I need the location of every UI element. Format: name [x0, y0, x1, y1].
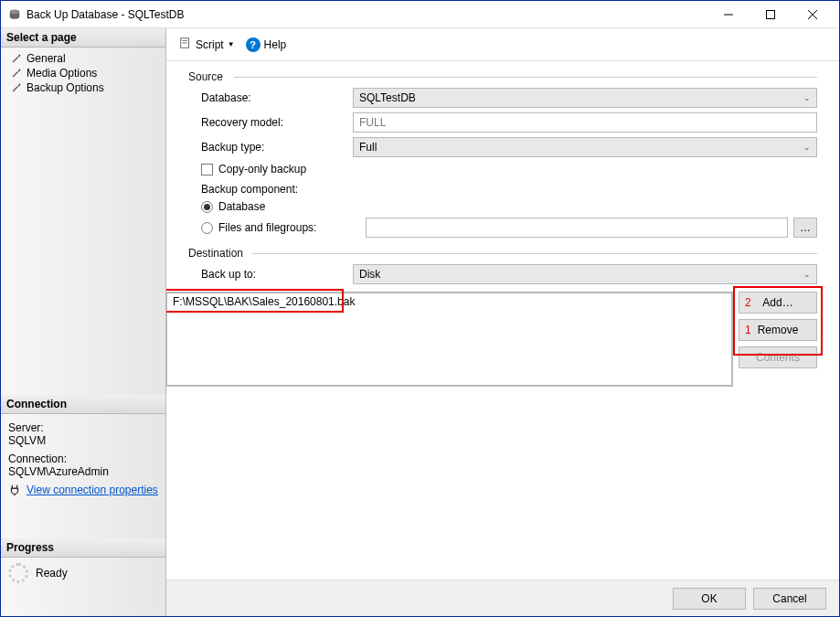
- radio-files-filegroups[interactable]: Files and filegroups:: [201, 221, 366, 234]
- copy-only-checkbox[interactable]: Copy-only backup: [188, 163, 817, 176]
- window-controls: [707, 2, 834, 27]
- connection-label: Connection:: [8, 452, 158, 465]
- destination-group: Destination Back up to: Disk ⌄ F:\MSSQL\…: [188, 247, 817, 387]
- wrench-icon: [10, 67, 23, 80]
- view-connection-link[interactable]: View connection properties: [27, 484, 158, 496]
- page-label: General: [27, 52, 66, 65]
- script-button[interactable]: Script ▼: [175, 35, 239, 54]
- destination-file-list[interactable]: F:\MSSQL\BAK\Sales_20160801.bak: [166, 292, 733, 387]
- chevron-down-icon: ⌄: [803, 270, 811, 279]
- backup-type-label: Backup type:: [188, 141, 353, 154]
- connection-body: Server: SQLVM Connection: SQLVM\AzureAdm…: [1, 414, 165, 502]
- view-connection-properties[interactable]: View connection properties: [8, 484, 158, 496]
- script-icon: [179, 37, 192, 52]
- radio-database[interactable]: Database: [188, 200, 817, 213]
- chevron-down-icon: ⌄: [803, 143, 811, 152]
- select-page-header: Select a page: [1, 28, 165, 48]
- chevron-down-icon: ⌄: [803, 93, 811, 102]
- plug-icon: [8, 484, 21, 496]
- toolbar: Script ▼ ? Help: [166, 28, 839, 61]
- add-button-label: Add…: [762, 296, 792, 309]
- radio-icon: [201, 222, 213, 234]
- page-list: General Media Options Backup Options: [1, 48, 165, 99]
- connection-value: SQLVM\AzureAdmin: [8, 465, 158, 478]
- backup-type-value: Full: [359, 141, 803, 154]
- source-group: Source Database: SQLTestDB ⌄ Recovery mo…: [188, 70, 817, 238]
- remove-button[interactable]: 1 Remove: [739, 319, 817, 341]
- sidebar-item-backup-options[interactable]: Backup Options: [1, 80, 165, 95]
- database-icon: [8, 8, 21, 21]
- annotation-number-remove: 1: [745, 324, 751, 336]
- cancel-label: Cancel: [772, 592, 806, 605]
- destination-group-title: Destination: [188, 247, 817, 260]
- server-value: SQLVM: [8, 434, 158, 447]
- recovery-model-field: FULL: [353, 112, 817, 133]
- help-label: Help: [264, 38, 287, 51]
- help-button[interactable]: ? Help: [242, 36, 291, 54]
- sidebar: Select a page General Media Options Back…: [1, 28, 166, 616]
- minimize-button[interactable]: [707, 2, 750, 27]
- sidebar-item-media-options[interactable]: Media Options: [1, 66, 165, 80]
- backup-type-dropdown[interactable]: Full ⌄: [353, 137, 817, 157]
- connection-header: Connection: [1, 395, 165, 414]
- main-panel: Script ▼ ? Help Source Database: SQLTest…: [166, 28, 839, 616]
- page-label: Media Options: [27, 67, 97, 80]
- svg-rect-2: [767, 10, 775, 18]
- recovery-model-value: FULL: [359, 116, 386, 129]
- backup-to-label: Back up to:: [188, 268, 353, 281]
- add-button[interactable]: 2 Add…: [739, 292, 817, 314]
- window-title: Back Up Database - SQLTestDB: [27, 8, 707, 21]
- files-filegroups-field: [366, 218, 788, 238]
- close-button[interactable]: [792, 2, 834, 27]
- database-label: Database:: [188, 91, 353, 104]
- progress-header: Progress: [1, 538, 165, 558]
- radio-icon: [201, 201, 213, 213]
- svg-line-4: [808, 10, 817, 19]
- destination-file-item[interactable]: F:\MSSQL\BAK\Sales_20160801.bak: [167, 293, 731, 310]
- sidebar-item-general[interactable]: General: [1, 51, 165, 66]
- footer: OK Cancel: [166, 580, 839, 616]
- content: Source Database: SQLTestDB ⌄ Recovery mo…: [166, 61, 839, 580]
- body-area: Select a page General Media Options Back…: [1, 28, 839, 616]
- remove-button-label: Remove: [758, 324, 799, 336]
- ok-button[interactable]: OK: [673, 588, 746, 610]
- progress-spinner-icon: [8, 563, 28, 583]
- ok-label: OK: [701, 592, 717, 605]
- recovery-model-label: Recovery model:: [188, 116, 353, 129]
- annotation-number-add: 2: [745, 296, 751, 309]
- radio-database-label: Database: [218, 200, 265, 213]
- svg-point-0: [10, 9, 20, 13]
- files-filegroups-browse-button[interactable]: …: [793, 218, 817, 238]
- copy-only-label: Copy-only backup: [218, 163, 306, 176]
- backup-to-dropdown[interactable]: Disk ⌄: [353, 264, 817, 284]
- contents-button[interactable]: Contents: [739, 346, 817, 368]
- progress-status: Ready: [36, 567, 68, 580]
- backup-component-label: Backup component:: [188, 183, 817, 196]
- radio-files-label: Files and filegroups:: [218, 221, 316, 234]
- server-label: Server:: [8, 421, 158, 434]
- destination-buttons: 2 Add… 1 Remove Contents: [739, 292, 817, 368]
- svg-line-3: [808, 10, 817, 19]
- cancel-button[interactable]: Cancel: [753, 588, 826, 610]
- checkbox-icon: [201, 164, 213, 176]
- database-value: SQLTestDB: [359, 91, 803, 104]
- page-label: Backup Options: [27, 81, 104, 94]
- script-label: Script: [196, 38, 224, 51]
- wrench-icon: [10, 81, 23, 94]
- wrench-icon: [10, 52, 23, 65]
- backup-database-window: Back Up Database - SQLTestDB Select a pa…: [0, 0, 840, 617]
- backup-to-value: Disk: [359, 268, 803, 281]
- contents-button-label: Contents: [756, 351, 800, 364]
- maximize-button[interactable]: [750, 2, 792, 27]
- help-icon: ?: [246, 37, 261, 52]
- chevron-down-icon: ▼: [228, 40, 235, 48]
- titlebar: Back Up Database - SQLTestDB: [1, 1, 839, 28]
- source-group-title: Source: [188, 70, 817, 83]
- database-dropdown[interactable]: SQLTestDB ⌄: [353, 88, 817, 108]
- progress-body: Ready: [1, 558, 165, 589]
